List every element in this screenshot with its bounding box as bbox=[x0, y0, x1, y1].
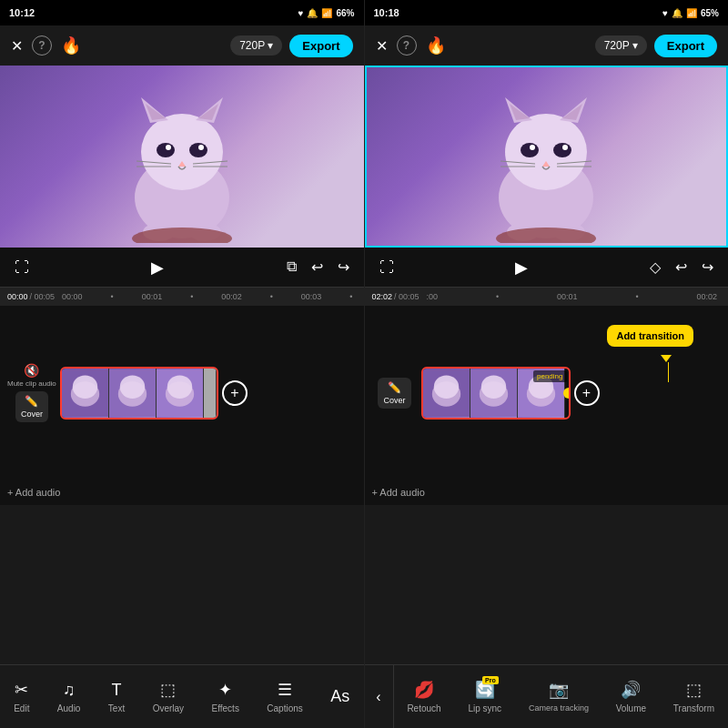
add-transition-tail bbox=[661, 355, 672, 362]
right-tool-lipsync[interactable]: 🔄 Pro Lip sync bbox=[468, 680, 501, 713]
right-add-audio-button[interactable]: + Add audio bbox=[372, 487, 425, 498]
left-toolbar: ✕ ? 🔥 720P ▾ Export bbox=[0, 25, 364, 66]
right-timeline-ruler: 02:02 / 00:05 :00 • 00:01 • 00:02 bbox=[365, 288, 729, 306]
right-cat-preview bbox=[365, 66, 729, 248]
right-transform-label: Transform bbox=[673, 703, 714, 713]
left-redo-button[interactable]: ↪ bbox=[334, 255, 353, 279]
right-chevron-left-button[interactable]: ‹ bbox=[365, 665, 394, 729]
left-audio-label: Audio bbox=[57, 703, 81, 713]
right-volume-label: Volume bbox=[616, 703, 646, 713]
right-timeline-track: Add transition 3.0s bbox=[423, 366, 722, 420]
svg-point-8 bbox=[166, 145, 171, 150]
left-tool-edit[interactable]: ✂ Edit bbox=[14, 680, 29, 713]
left-mute-button[interactable]: 🔇 Mute clip audio bbox=[7, 363, 56, 389]
left-cover-label: Cover bbox=[21, 410, 43, 419]
right-clip-strip[interactable]: 3.0s bbox=[423, 369, 569, 418]
right-tool-volume[interactable]: 🔊 Volume bbox=[616, 680, 646, 713]
left-resolution-button[interactable]: 720P ▾ bbox=[230, 35, 282, 56]
right-help-button[interactable]: ? bbox=[397, 35, 417, 56]
right-screen: 10:18 ♥ 🔔 📶 65% ✕ ? 🔥 720P ▾ Export bbox=[365, 0, 729, 728]
right-play-button[interactable]: ▶ bbox=[511, 254, 531, 281]
right-retouch-label: Retouch bbox=[407, 703, 440, 713]
right-clip-thumb-1 bbox=[423, 369, 470, 418]
right-redo-button[interactable]: ↪ bbox=[698, 255, 717, 279]
right-close-button[interactable]: ✕ bbox=[376, 37, 388, 55]
left-track-controls: 🔇 Mute clip audio ✏️ Cover bbox=[7, 363, 56, 423]
add-transition-bubble[interactable]: Add transition bbox=[607, 325, 693, 347]
left-controls-row: ⛶ ▶ ⧉ ↩ ↪ bbox=[0, 248, 364, 288]
left-scissors-icon: ✂ bbox=[15, 680, 28, 700]
svg-point-34 bbox=[553, 143, 571, 157]
left-help-button[interactable]: ? bbox=[32, 35, 52, 56]
left-edit-controls: ⧉ ↩ ↪ bbox=[283, 255, 353, 279]
svg-point-50 bbox=[480, 375, 505, 399]
left-clip-thumb-1 bbox=[62, 369, 109, 418]
left-total-time: / 00:05 bbox=[30, 292, 56, 301]
left-add-audio-row: + Add audio bbox=[0, 480, 364, 505]
right-flame-icon: 🔥 bbox=[426, 35, 446, 56]
left-add-clip-button[interactable]: + bbox=[222, 380, 248, 406]
right-tool-camera-tracking[interactable]: 📷 Camera tracking bbox=[529, 680, 589, 713]
right-lipsync-icon-wrap: 🔄 Pro bbox=[475, 680, 495, 700]
left-audio-icon: ♫ bbox=[63, 681, 76, 700]
left-tool-effects[interactable]: ✦ Effects bbox=[212, 680, 239, 713]
svg-point-28 bbox=[505, 114, 587, 190]
svg-point-36 bbox=[562, 145, 568, 150]
transition-connector-line bbox=[668, 362, 669, 382]
right-current-time: 02:02 bbox=[372, 292, 393, 301]
right-export-button[interactable]: Export bbox=[654, 35, 717, 57]
left-undo-button[interactable]: ↩ bbox=[308, 255, 327, 279]
left-expand-button[interactable]: ⛶ bbox=[11, 256, 33, 279]
right-tool-transform[interactable]: ⬚ Transform bbox=[673, 680, 714, 713]
left-tool-audio[interactable]: ♫ Audio bbox=[57, 681, 81, 713]
left-toolbar-right: 720P ▾ Export bbox=[230, 35, 352, 57]
svg-point-20 bbox=[73, 375, 97, 399]
right-volume-icon: 🔊 bbox=[621, 680, 641, 700]
right-cover-label: Cover bbox=[383, 396, 405, 405]
left-tool-text[interactable]: T Text bbox=[108, 681, 125, 713]
svg-point-23 bbox=[120, 375, 145, 399]
right-diamond-button[interactable]: ◇ bbox=[646, 255, 664, 279]
right-toolbar-right: 720P ▾ Export bbox=[595, 35, 717, 57]
left-tool-overlay[interactable]: ⬚ Overlay bbox=[153, 680, 184, 713]
left-toolbar-left: ✕ ? 🔥 bbox=[11, 35, 81, 56]
left-tool-more[interactable]: As bbox=[330, 687, 349, 706]
left-close-button[interactable]: ✕ bbox=[11, 37, 23, 55]
right-clip-thumb-2 bbox=[470, 369, 518, 418]
right-add-audio-row: + Add audio bbox=[365, 480, 729, 505]
right-undo-button[interactable]: ↩ bbox=[672, 255, 691, 279]
right-spacer bbox=[365, 505, 729, 664]
right-pro-badge: Pro bbox=[482, 676, 499, 684]
left-copy-button[interactable]: ⧉ bbox=[283, 255, 300, 279]
right-status-icons: ♥ 🔔 📶 65% bbox=[662, 8, 719, 18]
right-expand-button[interactable]: ⛶ bbox=[376, 256, 398, 279]
left-effects-icon: ✦ bbox=[218, 680, 232, 700]
pending-badge: pending bbox=[533, 370, 566, 382]
left-tool-captions[interactable]: ☰ Captions bbox=[267, 680, 302, 713]
svg-point-26 bbox=[167, 375, 192, 399]
left-spacer bbox=[0, 505, 364, 664]
left-bottom-toolbar: ✂ Edit ♫ Audio T Text ⬚ Overlay ✦ Effect… bbox=[0, 664, 364, 728]
left-play-button[interactable]: ▶ bbox=[147, 254, 167, 281]
left-screen: 10:12 ♥ 🔔 📶 66% ✕ ? 🔥 720P ▾ Export bbox=[0, 0, 365, 728]
left-export-button[interactable]: Export bbox=[289, 35, 352, 57]
left-captions-label: Captions bbox=[267, 703, 302, 713]
right-tool-retouch[interactable]: 💋 Retouch bbox=[407, 680, 440, 713]
right-camera-tracking-label: Camera tracking bbox=[529, 703, 589, 713]
right-bottom-toolbar: ‹ 💋 Retouch 🔄 Pro Lip sync 📷 Camera trac… bbox=[365, 664, 729, 728]
transition-dot[interactable] bbox=[563, 388, 569, 399]
left-status-icons: ♥ 🔔 📶 66% bbox=[298, 8, 355, 18]
right-lipsync-label: Lip sync bbox=[468, 703, 501, 713]
right-resolution-button[interactable]: 720P ▾ bbox=[595, 35, 647, 56]
left-add-audio-button[interactable]: + Add audio bbox=[7, 487, 60, 498]
left-clip-strip[interactable] bbox=[62, 369, 217, 418]
right-cover-button[interactable]: ✏️ Cover bbox=[378, 378, 410, 409]
left-cover-button[interactable]: ✏️ Cover bbox=[15, 391, 48, 422]
right-cover-icon: ✏️ bbox=[388, 381, 401, 394]
right-toolbar-left: ✕ ? 🔥 bbox=[376, 35, 446, 56]
right-add-clip-button[interactable]: + bbox=[574, 380, 600, 406]
left-edit-label: Edit bbox=[14, 703, 29, 713]
left-ruler-marks: 00:00 • 00:01 • 00:02 • 00:03 • bbox=[58, 288, 356, 306]
left-clip-thumb-3 bbox=[157, 369, 204, 418]
left-more-icon: As bbox=[330, 687, 349, 706]
